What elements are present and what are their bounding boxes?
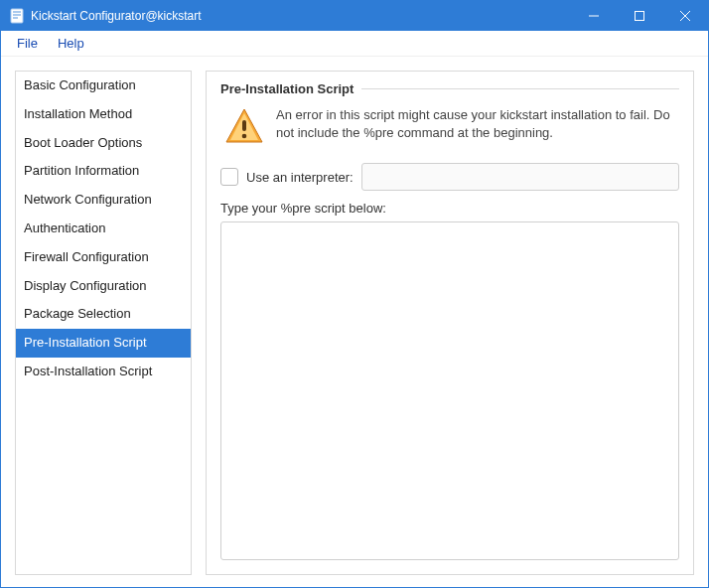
app-icon <box>9 8 25 24</box>
sidebar-item[interactable]: Post-Installation Script <box>16 358 191 386</box>
menu-file[interactable]: File <box>7 33 48 54</box>
close-button[interactable] <box>662 1 708 31</box>
use-interpreter-checkbox[interactable] <box>220 168 238 186</box>
window-title: Kickstart Configurator@kickstart <box>31 9 571 23</box>
sidebar-item[interactable]: Installation Method <box>16 100 191 129</box>
interpreter-row: Use an interpreter: <box>220 163 679 191</box>
svg-rect-10 <box>242 120 246 131</box>
sidebar-item[interactable]: Display Configuration <box>16 272 191 301</box>
warning-text: An error in this script might cause your… <box>276 106 679 142</box>
svg-rect-5 <box>636 12 644 21</box>
sidebar-item[interactable]: Partition Information <box>16 157 191 186</box>
svg-rect-2 <box>13 14 21 16</box>
sidebar-item[interactable]: Network Configuration <box>16 186 191 215</box>
menubar: File Help <box>1 31 708 57</box>
sidebar-item[interactable]: Basic Configuration <box>16 72 191 100</box>
titlebar: Kickstart Configurator@kickstart <box>1 1 708 31</box>
svg-point-11 <box>242 134 247 139</box>
warning-icon <box>224 106 264 149</box>
content: Basic ConfigurationInstallation MethodBo… <box>1 57 708 588</box>
script-label: Type your %pre script below: <box>220 201 679 216</box>
svg-rect-1 <box>13 11 21 13</box>
panel-title-row: Pre-Installation Script <box>220 81 679 96</box>
use-interpreter-label: Use an interpreter: <box>246 170 354 185</box>
panel-title-line <box>361 88 679 89</box>
maximize-button[interactable] <box>617 1 662 31</box>
panel-title: Pre-Installation Script <box>220 81 354 96</box>
sidebar-item[interactable]: Pre-Installation Script <box>16 329 191 358</box>
sidebar-item[interactable]: Boot Loader Options <box>16 129 191 158</box>
interpreter-input[interactable] <box>361 163 679 191</box>
minimize-button[interactable] <box>571 1 617 31</box>
warning-row: An error in this script might cause your… <box>220 102 679 159</box>
sidebar-item[interactable]: Firewall Configuration <box>16 243 191 272</box>
svg-rect-3 <box>13 17 18 19</box>
script-textarea[interactable] <box>220 221 679 560</box>
sidebar: Basic ConfigurationInstallation MethodBo… <box>15 71 192 575</box>
sidebar-item[interactable]: Authentication <box>16 215 191 243</box>
main-panel: Pre-Installation Script An error in this… <box>206 71 694 575</box>
sidebar-item[interactable]: Package Selection <box>16 300 191 329</box>
menu-help[interactable]: Help <box>48 33 94 54</box>
